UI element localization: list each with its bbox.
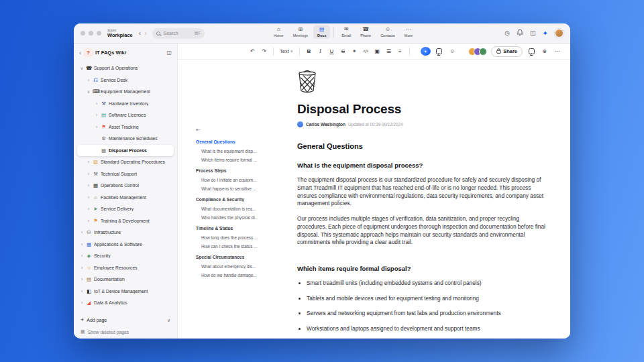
- fullscreen-window-button[interactable]: [97, 31, 101, 36]
- chevron-right-icon[interactable]: ›: [87, 172, 91, 176]
- ai-sparkle-icon[interactable]: ✦: [543, 30, 548, 37]
- chevron-right-icon[interactable]: ›: [87, 206, 91, 211]
- tab-home[interactable]: ⌂Home: [270, 25, 288, 39]
- chevron-down-icon[interactable]: ∨: [87, 89, 91, 95]
- sidebar-item-operations-control[interactable]: ›▦Operations Control: [77, 180, 174, 192]
- user-avatar[interactable]: [555, 29, 564, 38]
- emoji-button[interactable]: ☺: [447, 46, 458, 57]
- bullet-list-button[interactable]: ☰: [384, 46, 394, 57]
- tab-docs[interactable]: ▤Docs: [313, 25, 330, 39]
- outline-section-compliance-security[interactable]: Compliance & Security: [196, 197, 258, 202]
- chevron-right-icon[interactable]: ›: [95, 101, 99, 106]
- tab-phone[interactable]: ☎Phone: [356, 25, 375, 39]
- sidebar-item-employee-resources[interactable]: ›☺Employee Resources: [77, 262, 174, 274]
- sidebar-item-hardware-inventory[interactable]: ›⚒Hardware Inventory: [77, 98, 174, 110]
- outline-item[interactable]: How long does the process ...: [201, 235, 258, 240]
- chevron-right-icon[interactable]: ›: [87, 183, 91, 188]
- nav-back-button[interactable]: ‹: [139, 29, 141, 37]
- tab-more[interactable]: ⋯More: [400, 25, 417, 39]
- outline-item[interactable]: How can I check the status ...: [201, 244, 258, 249]
- sidebar-item-disposal-process[interactable]: ▦Disposal Process: [77, 145, 174, 157]
- outline-item[interactable]: Which items require formal ...: [201, 158, 258, 162]
- inline-code-button[interactable]: ‹/›: [361, 46, 371, 57]
- tab-meetings[interactable]: ⊞Meetings: [289, 25, 312, 39]
- strikethrough-button[interactable]: S: [338, 46, 348, 57]
- code-block-button[interactable]: ▣: [372, 46, 382, 57]
- outline-item[interactable]: What documentation is req...: [201, 206, 258, 211]
- sidebar-item-maintenance-schedules[interactable]: ⚙Maintenance Schedules: [77, 133, 174, 145]
- sidebar-item-asset-tracking[interactable]: ›⚑Asset Tracking: [77, 121, 174, 133]
- outline-collapse-icon[interactable]: ⇤: [196, 127, 258, 133]
- sidebar-item-standard-operating-procedures[interactable]: ›▥Standard Operating Procedures: [77, 156, 174, 168]
- more-options-button[interactable]: ⋯: [552, 46, 562, 57]
- sidebar-item-support-operations[interactable]: ∨☎Support & Operations: [77, 62, 174, 74]
- outline-section-timeline-status[interactable]: Timeline & Status: [196, 226, 258, 231]
- chevron-right-icon[interactable]: ›: [80, 230, 84, 235]
- chevron-down-icon[interactable]: ∨: [167, 318, 170, 323]
- chevron-right-icon[interactable]: ›: [80, 242, 84, 247]
- sidebar-item-data-analytics[interactable]: ›◢Data & Analytics: [77, 297, 174, 309]
- comments-panel-button[interactable]: [527, 46, 537, 57]
- chevron-right-icon[interactable]: ›: [80, 277, 84, 282]
- outline-item[interactable]: What is the equipment disp...: [201, 149, 258, 154]
- chevron-right-icon[interactable]: ›: [87, 78, 91, 82]
- outline-item[interactable]: How do I initiate an equipm...: [201, 178, 258, 182]
- collaborator-avatar[interactable]: [479, 48, 487, 56]
- sidebar-item-iot-device-management[interactable]: ›◧IoT & Device Management: [77, 286, 174, 298]
- chevron-right-icon[interactable]: ›: [80, 300, 84, 305]
- trash-icon-large[interactable]: [297, 69, 550, 97]
- sidebar-item-infrastructure[interactable]: ›⛁Infrastructure: [77, 227, 174, 239]
- undo-button[interactable]: ↶: [248, 46, 258, 57]
- outline-item[interactable]: How do we handle damage...: [201, 273, 258, 278]
- chevron-right-icon[interactable]: ›: [87, 219, 91, 223]
- sidebar-collapse-icon[interactable]: ◫: [166, 50, 172, 56]
- chevron-right-icon[interactable]: ›: [80, 253, 84, 258]
- language-button[interactable]: ⊕: [539, 46, 549, 57]
- minimize-window-button[interactable]: [89, 31, 93, 36]
- chevron-right-icon[interactable]: ›: [87, 195, 91, 200]
- chevron-right-icon[interactable]: ›: [80, 289, 84, 294]
- nav-forward-button[interactable]: ›: [144, 29, 146, 37]
- outline-section-general-questions[interactable]: General Questions: [196, 139, 258, 144]
- tab-contacts[interactable]: ☺Contacts: [376, 25, 399, 39]
- link-button[interactable]: ⚭: [350, 46, 360, 57]
- panel-toggle-icon[interactable]: ◫: [530, 30, 536, 36]
- sidebar-item-service-desk[interactable]: ›☊Service Desk: [77, 74, 174, 86]
- outline-section-process-steps[interactable]: Process Steps: [196, 168, 258, 173]
- align-button[interactable]: ≡: [395, 46, 405, 57]
- tab-email[interactable]: ✉Email: [337, 25, 355, 39]
- comment-button[interactable]: [434, 46, 444, 57]
- outline-item[interactable]: Who handles the physical di...: [201, 215, 258, 220]
- document[interactable]: Disposal Process Carlos Washington Updat…: [297, 69, 550, 332]
- show-deleted-pages-button[interactable]: ▦ Show deleted pages: [74, 326, 177, 336]
- sidebar-back-icon[interactable]: ‹: [79, 50, 81, 56]
- share-button[interactable]: Share: [491, 46, 523, 57]
- sidebar-item-security[interactable]: ›◈Security: [77, 250, 174, 262]
- text-style-dropdown[interactable]: Text∨: [278, 46, 295, 57]
- chevron-right-icon[interactable]: ›: [95, 113, 99, 117]
- search-input[interactable]: Search ⌘F: [152, 28, 205, 39]
- clock-icon[interactable]: ◷: [504, 30, 510, 36]
- italic-button[interactable]: I: [315, 46, 325, 57]
- sidebar-item-software-licenses[interactable]: ›▤Software Licenses: [77, 109, 174, 121]
- underline-button[interactable]: U: [327, 46, 337, 57]
- sidebar-item-training-development[interactable]: ›⚑Training & Development: [77, 215, 174, 227]
- outline-section-special-circumstances[interactable]: Special Circumstances: [196, 255, 258, 259]
- add-page-button[interactable]: + Add page ∨: [74, 314, 177, 326]
- chevron-right-icon[interactable]: ›: [87, 160, 91, 164]
- sidebar-item-applications-software[interactable]: ›▦Applications & Software: [77, 239, 174, 251]
- close-window-button[interactable]: [80, 31, 85, 36]
- ai-companion-button[interactable]: [421, 47, 431, 56]
- chevron-down-icon[interactable]: ∨: [80, 66, 84, 71]
- outline-item[interactable]: What happens to sensitive ...: [201, 186, 258, 191]
- chevron-right-icon[interactable]: ›: [95, 125, 99, 129]
- redo-button[interactable]: ↷: [259, 46, 269, 57]
- sidebar-item-service-delivery[interactable]: ›➤Service Delivery: [77, 203, 174, 215]
- sidebar-item-equipment-management[interactable]: ∨⌨Equipment Management: [77, 86, 174, 98]
- sidebar-item-documentation[interactable]: ›▤Documentation: [77, 274, 174, 286]
- notifications-bell-icon[interactable]: [517, 29, 523, 38]
- bold-button[interactable]: B: [304, 46, 314, 57]
- sidebar-item-facilities-management[interactable]: ›⌂Facilities Management: [77, 192, 174, 204]
- outline-item[interactable]: What about emergency dis...: [201, 264, 258, 269]
- chevron-right-icon[interactable]: ›: [80, 265, 84, 270]
